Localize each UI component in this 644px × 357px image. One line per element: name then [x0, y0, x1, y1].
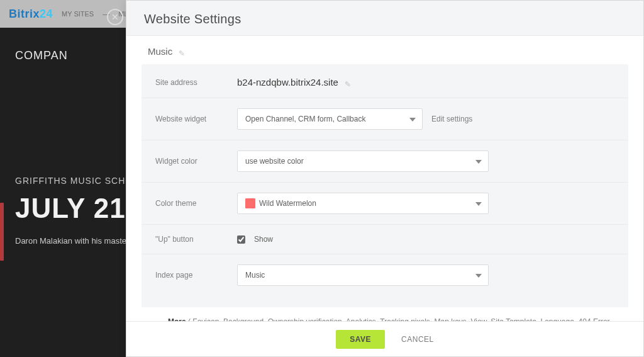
pencil-icon[interactable]: [345, 78, 353, 87]
color-theme-value: Wild Watermelon: [259, 199, 316, 208]
close-modal-button[interactable]: ✕: [107, 9, 123, 25]
brand-part1: Bitrix: [9, 8, 40, 20]
site-name-row: Music: [142, 36, 628, 64]
more-row[interactable]: More ( Favicon, Background, Ownership ve…: [142, 307, 628, 321]
modal-body: Music Site address b24-nzdqbw.bitrix24.s…: [126, 36, 643, 321]
row-up-button: "Up" button Show: [142, 225, 628, 254]
theme-swatch: [245, 198, 255, 208]
site-address-text: b24-nzdqbw.bitrix24.site: [237, 77, 338, 88]
edit-settings-link[interactable]: Edit settings: [431, 115, 472, 123]
settings-card: Site address b24-nzdqbw.bitrix24.site We…: [142, 64, 628, 307]
label-website-widget: Website widget: [155, 115, 225, 123]
settings-modal: Website Settings Music Site address b24-…: [126, 0, 644, 357]
more-content: More ( Favicon, Background, Ownership ve…: [168, 316, 614, 321]
modal-footer: SAVE CANCEL: [126, 321, 643, 356]
brand-logo: Bitrix24: [9, 8, 53, 21]
brand-part2: 24: [40, 8, 53, 20]
index-page-select[interactable]: Music: [237, 264, 489, 286]
pencil-icon[interactable]: [179, 47, 187, 56]
cancel-button[interactable]: CANCEL: [401, 335, 434, 344]
label-site-address: Site address: [155, 78, 225, 87]
widget-select[interactable]: Open Channel, CRM form, Callback: [237, 108, 423, 130]
row-widget-color: Widget color use website color: [142, 140, 628, 183]
modal-title: Website Settings: [144, 12, 626, 26]
row-color-theme: Color theme Wild Watermelon: [142, 183, 628, 225]
breadcrumb-my-sites[interactable]: MY SITES: [62, 10, 94, 18]
save-button[interactable]: SAVE: [336, 330, 385, 349]
row-website-widget: Website widget Open Channel, CRM form, C…: [142, 98, 628, 140]
hero-accent-bar: [0, 203, 4, 261]
close-icon: ✕: [111, 13, 119, 21]
row-index-page: Index page Music: [142, 254, 628, 296]
label-widget-color: Widget color: [155, 157, 225, 166]
site-name: Music: [148, 46, 172, 57]
chevron-down-icon: [475, 271, 482, 280]
row-site-address: Site address b24-nzdqbw.bitrix24.site: [142, 67, 628, 98]
label-up-button: "Up" button: [155, 235, 225, 244]
widget-select-value: Open Channel, CRM form, Callback: [245, 115, 365, 123]
index-page-value: Music: [245, 271, 265, 280]
up-button-show-label: Show: [254, 235, 273, 244]
label-color-theme: Color theme: [155, 199, 225, 208]
chevron-down-icon: [475, 199, 482, 208]
widget-color-select[interactable]: use website color: [237, 150, 489, 172]
site-address-value: b24-nzdqbw.bitrix24.site: [237, 77, 353, 88]
modal-header: Website Settings: [126, 1, 643, 36]
label-index-page: Index page: [155, 271, 225, 280]
widget-color-value: use website color: [245, 157, 304, 166]
chevron-down-icon: [409, 115, 416, 123]
color-theme-select[interactable]: Wild Watermelon: [237, 193, 489, 214]
chevron-down-icon: [475, 157, 482, 166]
up-button-checkbox[interactable]: [237, 235, 245, 244]
